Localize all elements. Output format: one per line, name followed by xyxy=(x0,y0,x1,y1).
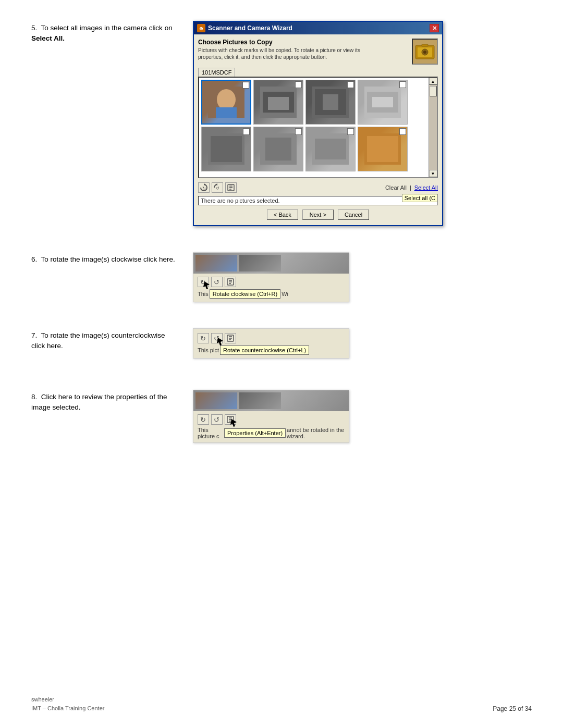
rotate-ccw-button[interactable]: ↺ xyxy=(212,182,223,193)
step-8-toolbar: ↻ ↺ xyxy=(198,414,345,425)
wizard-title-text: Scanner and Camera Wizard xyxy=(208,24,292,32)
image-checkbox-3[interactable] xyxy=(347,81,354,88)
step-6-text: 6. To rotate the image(s) clockwise clic… xyxy=(31,252,177,265)
step-8-panel-body: ↻ ↺ This picture c Properties (Alt+Enter… xyxy=(193,411,349,442)
image-item-2[interactable] xyxy=(253,80,303,125)
wizard-header-text: Choose Pictures to Copy Pictures with ch… xyxy=(198,39,375,60)
step-7-number: 7. xyxy=(31,331,39,339)
image-checkbox-5[interactable] xyxy=(243,128,250,135)
svg-marker-36 xyxy=(203,281,210,289)
svg-rect-15 xyxy=(323,94,338,110)
step7-rotate-ccw-icon[interactable]: ↺ xyxy=(211,333,223,343)
image-checkbox-7[interactable] xyxy=(347,128,354,135)
properties-button[interactable] xyxy=(225,182,237,193)
step8-thumb-1 xyxy=(195,392,237,409)
step-5-number: 5. xyxy=(31,24,39,32)
clear-all-link[interactable]: Clear All xyxy=(385,184,407,191)
image-checkbox-8[interactable] xyxy=(399,128,406,135)
svg-text:↻: ↻ xyxy=(200,335,206,342)
wizard-header: Choose Pictures to Copy Pictures with ch… xyxy=(198,39,438,65)
step-6-tooltip: Rotate clockwise (Ctrl+R) xyxy=(210,289,280,299)
images-grid xyxy=(199,78,429,177)
image-checkbox-1[interactable] xyxy=(242,82,249,89)
image-checkbox-2[interactable] xyxy=(295,81,302,88)
scroll-thumb[interactable] xyxy=(430,86,437,96)
step-6-panel: ↻ ↺ This Rotate clockwise (C xyxy=(193,252,349,302)
page-footer: swheeler IMT – Cholla Training Center Pa… xyxy=(31,695,532,712)
toolbar-icons: ↻ ↺ xyxy=(198,182,237,193)
wizard-header-title: Choose Pictures to Copy xyxy=(198,39,375,46)
svg-text:↻: ↻ xyxy=(200,416,206,424)
step-6-number: 6. xyxy=(31,255,39,263)
svg-text:↺: ↺ xyxy=(214,416,219,424)
image-item-3[interactable] xyxy=(305,80,356,125)
wizard-header-desc: Pictures with check marks will be copied… xyxy=(198,47,375,60)
wizard-close-button[interactable]: ✕ xyxy=(430,24,439,32)
step-6-status: This Rotate clockwise (Ctrl+R) Wi xyxy=(198,289,345,299)
image-item-1[interactable] xyxy=(201,80,251,125)
cancel-button[interactable]: Cancel xyxy=(338,209,369,220)
svg-rect-26 xyxy=(367,136,398,162)
image-item-8[interactable] xyxy=(358,127,408,171)
step-6-status-suffix: Wi xyxy=(282,291,288,297)
footer-left: swheeler IMT – Cholla Training Center xyxy=(31,695,104,712)
scroll-track xyxy=(429,85,437,170)
wizard-body: Choose Pictures to Copy Pictures with ch… xyxy=(194,34,442,225)
footer-page-number: Page 25 of 34 xyxy=(493,705,532,712)
step-6-panel-body: ↻ ↺ This Rotate clockwise (C xyxy=(193,274,349,302)
step6-rotate-ccw-icon[interactable]: ↺ xyxy=(211,277,223,287)
step-6-row: 6. To rotate the image(s) clockwise clic… xyxy=(31,252,532,302)
wizard-title-icon: ⊕ xyxy=(197,24,205,32)
image-item-5[interactable] xyxy=(201,127,251,171)
wizard-images-wrapper: ▲ ▼ xyxy=(198,77,438,178)
rotate-cw-button[interactable]: ↻ xyxy=(198,182,210,193)
step7-properties-icon[interactable] xyxy=(225,333,236,343)
step-6-toolbar: ↻ ↺ xyxy=(198,277,345,287)
images-scrollbar[interactable]: ▲ ▼ xyxy=(429,78,437,177)
step6-properties-icon[interactable] xyxy=(225,277,236,287)
svg-marker-44 xyxy=(217,338,223,346)
image-checkbox-4[interactable] xyxy=(399,81,406,88)
step-7-panel-body: ↻ ↺ This pict Rotate counterclockwise (C… xyxy=(193,329,349,358)
step6-rotate-cw-icon[interactable]: ↻ xyxy=(198,277,209,287)
svg-text:↺: ↺ xyxy=(214,278,219,286)
scroll-down-arrow[interactable]: ▼ xyxy=(429,170,437,177)
step-8-number: 8. xyxy=(31,393,39,401)
step-7-panel: ↻ ↺ This pict Rotate counterclockwise (C… xyxy=(193,328,349,359)
back-button[interactable]: < Back xyxy=(267,209,298,220)
step-7-status-prefix: This pict xyxy=(198,347,219,353)
step-5-row: 5. To select all images in the camera cl… xyxy=(31,21,532,226)
step-6-main-text: To rotate the image(s) clockwise click h… xyxy=(41,255,175,263)
step7-rotate-cw-icon[interactable]: ↻ xyxy=(198,333,209,343)
image-item-7[interactable] xyxy=(305,127,356,171)
svg-point-8 xyxy=(217,89,236,110)
next-button[interactable]: Next > xyxy=(302,209,334,220)
step8-rotate-cw-icon[interactable]: ↻ xyxy=(198,414,209,425)
scanner-camera-wizard: ⊕ Scanner and Camera Wizard ✕ Choose Pic… xyxy=(193,21,443,226)
select-all-link[interactable]: Select All xyxy=(414,184,438,191)
scroll-up-arrow[interactable]: ▲ xyxy=(429,78,437,85)
svg-rect-18 xyxy=(372,97,393,107)
step-7-toolbar: ↻ ↺ xyxy=(198,333,345,343)
image-item-6[interactable] xyxy=(253,127,303,171)
svg-text:↻: ↻ xyxy=(202,186,206,191)
step-8-panel-top xyxy=(193,390,349,411)
select-all-tooltip: Select all (C xyxy=(402,194,438,202)
svg-rect-24 xyxy=(315,139,346,159)
wizard-toolbar: ↻ ↺ Clear All | Select All xyxy=(198,180,438,195)
image-checkbox-6[interactable] xyxy=(295,128,302,135)
step8-properties-icon[interactable] xyxy=(225,414,236,425)
select-all-area: Select All Select all (C xyxy=(414,184,438,191)
step8-rotate-ccw-icon[interactable]: ↺ xyxy=(211,414,223,425)
image-item-4[interactable] xyxy=(358,80,408,125)
wizard-titlebar: ⊕ Scanner and Camera Wizard ✕ xyxy=(194,22,442,34)
footer-organization: IMT – Cholla Training Center xyxy=(31,704,104,713)
wizard-header-icon xyxy=(412,39,438,65)
svg-text:↺: ↺ xyxy=(216,186,219,191)
titlebar-left: ⊕ Scanner and Camera Wizard xyxy=(197,24,292,32)
svg-rect-20 xyxy=(211,136,242,162)
svg-rect-12 xyxy=(268,97,289,110)
wizard-folder-label: 101MSDCF xyxy=(198,68,235,77)
svg-point-5 xyxy=(423,51,426,54)
step-8-row: 8. Click here to review the properties o… xyxy=(31,390,532,443)
